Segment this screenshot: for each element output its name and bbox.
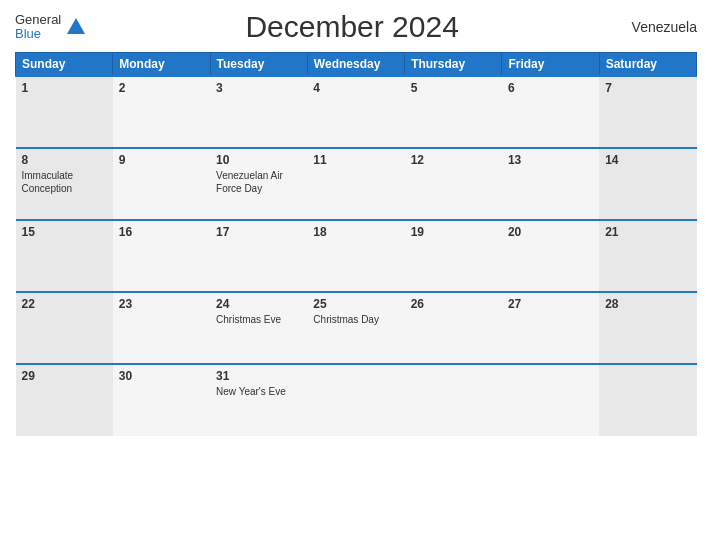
- day-number: 10: [216, 153, 301, 167]
- day-number: 7: [605, 81, 690, 95]
- logo: General Blue: [15, 13, 87, 42]
- calendar-cell: 6: [502, 76, 599, 148]
- country-label: Venezuela: [617, 19, 697, 35]
- calendar-cell: 11: [307, 148, 404, 220]
- day-number: 18: [313, 225, 398, 239]
- day-number: 27: [508, 297, 593, 311]
- logo-general: General: [15, 13, 61, 27]
- weekday-header-sunday: Sunday: [16, 53, 113, 77]
- day-number: 15: [22, 225, 107, 239]
- day-number: 23: [119, 297, 204, 311]
- day-number: 22: [22, 297, 107, 311]
- calendar-cell: 16: [113, 220, 210, 292]
- day-number: 2: [119, 81, 204, 95]
- weekday-header-row: SundayMondayTuesdayWednesdayThursdayFrid…: [16, 53, 697, 77]
- week-row-4: 222324Christmas Eve25Christmas Day262728: [16, 292, 697, 364]
- calendar-cell: 10Venezuelan Air Force Day: [210, 148, 307, 220]
- calendar-cell: 20: [502, 220, 599, 292]
- weekday-header-saturday: Saturday: [599, 53, 696, 77]
- day-number: 16: [119, 225, 204, 239]
- logo-blue: Blue: [15, 27, 61, 41]
- day-number: 11: [313, 153, 398, 167]
- week-row-3: 15161718192021: [16, 220, 697, 292]
- event-label: Venezuelan Air Force Day: [216, 170, 283, 194]
- event-label: New Year's Eve: [216, 386, 286, 397]
- calendar-cell: 7: [599, 76, 696, 148]
- calendar-cell: 19: [405, 220, 502, 292]
- day-number: 1: [22, 81, 107, 95]
- day-number: 25: [313, 297, 398, 311]
- event-label: Christmas Day: [313, 314, 379, 325]
- calendar-cell: 24Christmas Eve: [210, 292, 307, 364]
- day-number: 4: [313, 81, 398, 95]
- calendar-cell: [599, 364, 696, 436]
- day-number: 13: [508, 153, 593, 167]
- week-row-2: 8Immaculate Conception910Venezuelan Air …: [16, 148, 697, 220]
- day-number: 20: [508, 225, 593, 239]
- calendar-cell: 14: [599, 148, 696, 220]
- header: General Blue December 2024 Venezuela: [15, 10, 697, 44]
- calendar-cell: [405, 364, 502, 436]
- calendar-cell: 17: [210, 220, 307, 292]
- day-number: 3: [216, 81, 301, 95]
- day-number: 17: [216, 225, 301, 239]
- calendar-cell: 15: [16, 220, 113, 292]
- calendar-cell: 5: [405, 76, 502, 148]
- day-number: 9: [119, 153, 204, 167]
- day-number: 5: [411, 81, 496, 95]
- calendar-cell: 26: [405, 292, 502, 364]
- week-row-1: 1234567: [16, 76, 697, 148]
- day-number: 14: [605, 153, 690, 167]
- calendar-cell: 30: [113, 364, 210, 436]
- calendar-cell: 21: [599, 220, 696, 292]
- event-label: Christmas Eve: [216, 314, 281, 325]
- day-number: 28: [605, 297, 690, 311]
- calendar-cell: 25Christmas Day: [307, 292, 404, 364]
- event-label: Immaculate Conception: [22, 170, 74, 194]
- calendar-table: SundayMondayTuesdayWednesdayThursdayFrid…: [15, 52, 697, 436]
- day-number: 8: [22, 153, 107, 167]
- day-number: 30: [119, 369, 204, 383]
- svg-marker-0: [67, 18, 85, 34]
- calendar-cell: [307, 364, 404, 436]
- calendar-cell: 29: [16, 364, 113, 436]
- logo-text: General Blue: [15, 13, 61, 42]
- calendar-cell: 1: [16, 76, 113, 148]
- day-number: 6: [508, 81, 593, 95]
- weekday-header-thursday: Thursday: [405, 53, 502, 77]
- calendar-cell: [502, 364, 599, 436]
- calendar-cell: 28: [599, 292, 696, 364]
- week-row-5: 293031New Year's Eve: [16, 364, 697, 436]
- calendar-cell: 13: [502, 148, 599, 220]
- day-number: 24: [216, 297, 301, 311]
- day-number: 29: [22, 369, 107, 383]
- calendar-cell: 22: [16, 292, 113, 364]
- weekday-header-monday: Monday: [113, 53, 210, 77]
- day-number: 26: [411, 297, 496, 311]
- calendar-cell: 27: [502, 292, 599, 364]
- day-number: 21: [605, 225, 690, 239]
- day-number: 31: [216, 369, 301, 383]
- calendar-cell: 23: [113, 292, 210, 364]
- weekday-header-tuesday: Tuesday: [210, 53, 307, 77]
- calendar-page: General Blue December 2024 Venezuela Sun…: [0, 0, 712, 550]
- calendar-cell: 3: [210, 76, 307, 148]
- weekday-header-friday: Friday: [502, 53, 599, 77]
- calendar-cell: 4: [307, 76, 404, 148]
- calendar-cell: 8Immaculate Conception: [16, 148, 113, 220]
- calendar-cell: 2: [113, 76, 210, 148]
- day-number: 19: [411, 225, 496, 239]
- day-number: 12: [411, 153, 496, 167]
- calendar-cell: 12: [405, 148, 502, 220]
- calendar-title: December 2024: [87, 10, 617, 44]
- calendar-cell: 9: [113, 148, 210, 220]
- weekday-header-wednesday: Wednesday: [307, 53, 404, 77]
- calendar-cell: 18: [307, 220, 404, 292]
- logo-icon: [65, 16, 87, 38]
- calendar-cell: 31New Year's Eve: [210, 364, 307, 436]
